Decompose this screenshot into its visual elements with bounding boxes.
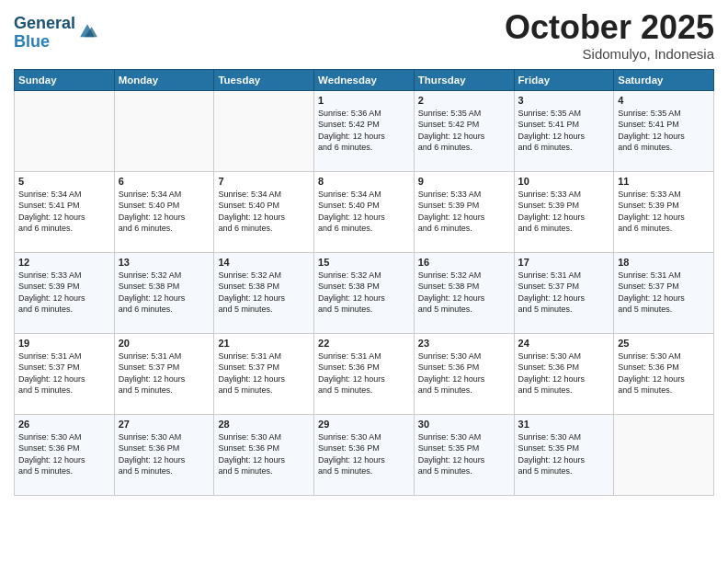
calendar-day-cell: 22Sunrise: 5:31 AMSunset: 5:36 PMDayligh… xyxy=(314,333,415,414)
page-header: GeneralBlue October 2025 Sidomulyo, Indo… xyxy=(14,9,714,62)
day-info: Sunrise: 5:30 AMSunset: 5:36 PMDaylight:… xyxy=(618,350,710,396)
calendar-day-cell: 31Sunrise: 5:30 AMSunset: 5:35 PMDayligh… xyxy=(514,414,614,495)
day-info: Sunrise: 5:31 AMSunset: 5:37 PMDaylight:… xyxy=(18,350,110,396)
calendar-day-cell: 9Sunrise: 5:33 AMSunset: 5:39 PMDaylight… xyxy=(414,171,514,252)
day-number: 7 xyxy=(218,176,310,187)
day-number: 19 xyxy=(18,338,110,349)
calendar-week-row: 12Sunrise: 5:33 AMSunset: 5:39 PMDayligh… xyxy=(15,252,714,333)
calendar-day-cell: 27Sunrise: 5:30 AMSunset: 5:36 PMDayligh… xyxy=(114,414,214,495)
calendar-day-cell xyxy=(214,90,314,171)
calendar-day-cell: 29Sunrise: 5:30 AMSunset: 5:36 PMDayligh… xyxy=(314,414,415,495)
day-info: Sunrise: 5:34 AMSunset: 5:40 PMDaylight:… xyxy=(318,189,410,235)
logo-icon xyxy=(77,21,97,41)
calendar-day-cell: 3Sunrise: 5:35 AMSunset: 5:41 PMDaylight… xyxy=(514,90,614,171)
calendar-day-cell xyxy=(114,90,214,171)
day-info: Sunrise: 5:30 AMSunset: 5:36 PMDaylight:… xyxy=(119,431,210,477)
title-area: October 2025 Sidomulyo, Indonesia xyxy=(505,9,714,62)
day-info: Sunrise: 5:31 AMSunset: 5:37 PMDaylight:… xyxy=(218,350,310,396)
day-info: Sunrise: 5:31 AMSunset: 5:37 PMDaylight:… xyxy=(119,350,210,396)
calendar-week-row: 26Sunrise: 5:30 AMSunset: 5:36 PMDayligh… xyxy=(15,414,714,495)
weekday-header-cell: Sunday xyxy=(15,69,115,90)
day-info: Sunrise: 5:35 AMSunset: 5:42 PMDaylight:… xyxy=(418,108,510,154)
calendar-week-row: 19Sunrise: 5:31 AMSunset: 5:37 PMDayligh… xyxy=(15,333,714,414)
calendar-day-cell xyxy=(15,90,115,171)
calendar-day-cell: 1Sunrise: 5:36 AMSunset: 5:42 PMDaylight… xyxy=(314,90,415,171)
day-number: 15 xyxy=(318,257,410,268)
weekday-header-row: SundayMondayTuesdayWednesdayThursdayFrid… xyxy=(15,69,714,90)
day-number: 27 xyxy=(119,419,210,430)
day-info: Sunrise: 5:33 AMSunset: 5:39 PMDaylight:… xyxy=(418,189,510,235)
calendar-day-cell: 26Sunrise: 5:30 AMSunset: 5:36 PMDayligh… xyxy=(15,414,115,495)
day-info: Sunrise: 5:32 AMSunset: 5:38 PMDaylight:… xyxy=(418,270,510,316)
weekday-header-cell: Saturday xyxy=(614,69,714,90)
day-info: Sunrise: 5:34 AMSunset: 5:40 PMDaylight:… xyxy=(218,189,310,235)
day-info: Sunrise: 5:30 AMSunset: 5:36 PMDaylight:… xyxy=(518,350,610,396)
location: Sidomulyo, Indonesia xyxy=(505,46,714,62)
calendar-day-cell: 17Sunrise: 5:31 AMSunset: 5:37 PMDayligh… xyxy=(514,252,614,333)
calendar-day-cell: 13Sunrise: 5:32 AMSunset: 5:38 PMDayligh… xyxy=(114,252,214,333)
calendar-day-cell: 19Sunrise: 5:31 AMSunset: 5:37 PMDayligh… xyxy=(15,333,115,414)
day-number: 31 xyxy=(518,419,610,430)
calendar-week-row: 1Sunrise: 5:36 AMSunset: 5:42 PMDaylight… xyxy=(15,90,714,171)
day-number: 12 xyxy=(18,257,110,268)
day-number: 26 xyxy=(18,419,110,430)
day-info: Sunrise: 5:33 AMSunset: 5:39 PMDaylight:… xyxy=(618,189,710,235)
weekday-header-cell: Friday xyxy=(514,69,614,90)
day-number: 6 xyxy=(119,176,210,187)
logo: GeneralBlue xyxy=(14,15,97,52)
calendar-day-cell: 4Sunrise: 5:35 AMSunset: 5:41 PMDaylight… xyxy=(614,90,714,171)
calendar-day-cell: 8Sunrise: 5:34 AMSunset: 5:40 PMDaylight… xyxy=(314,171,415,252)
day-number: 18 xyxy=(618,257,710,268)
calendar-day-cell: 5Sunrise: 5:34 AMSunset: 5:41 PMDaylight… xyxy=(15,171,115,252)
day-info: Sunrise: 5:35 AMSunset: 5:41 PMDaylight:… xyxy=(518,108,610,154)
calendar-day-cell: 15Sunrise: 5:32 AMSunset: 5:38 PMDayligh… xyxy=(314,252,415,333)
day-number: 3 xyxy=(518,95,610,106)
day-number: 22 xyxy=(318,338,410,349)
month-title: October 2025 xyxy=(505,9,714,46)
day-number: 8 xyxy=(318,176,410,187)
day-number: 1 xyxy=(318,95,410,106)
weekday-header-cell: Wednesday xyxy=(314,69,415,90)
day-info: Sunrise: 5:30 AMSunset: 5:36 PMDaylight:… xyxy=(318,431,410,477)
calendar-day-cell: 30Sunrise: 5:30 AMSunset: 5:35 PMDayligh… xyxy=(414,414,514,495)
calendar-day-cell: 24Sunrise: 5:30 AMSunset: 5:36 PMDayligh… xyxy=(514,333,614,414)
calendar-day-cell: 16Sunrise: 5:32 AMSunset: 5:38 PMDayligh… xyxy=(414,252,514,333)
day-number: 9 xyxy=(418,176,510,187)
day-info: Sunrise: 5:35 AMSunset: 5:41 PMDaylight:… xyxy=(618,108,710,154)
day-number: 4 xyxy=(618,95,710,106)
day-info: Sunrise: 5:30 AMSunset: 5:35 PMDaylight:… xyxy=(518,431,610,477)
calendar-day-cell: 14Sunrise: 5:32 AMSunset: 5:38 PMDayligh… xyxy=(214,252,314,333)
day-number: 28 xyxy=(218,419,310,430)
day-info: Sunrise: 5:30 AMSunset: 5:36 PMDaylight:… xyxy=(218,431,310,477)
day-number: 13 xyxy=(119,257,210,268)
day-info: Sunrise: 5:34 AMSunset: 5:40 PMDaylight:… xyxy=(119,189,210,235)
day-info: Sunrise: 5:33 AMSunset: 5:39 PMDaylight:… xyxy=(18,270,110,316)
day-info: Sunrise: 5:31 AMSunset: 5:37 PMDaylight:… xyxy=(518,270,610,316)
calendar-day-cell xyxy=(614,414,714,495)
day-number: 11 xyxy=(618,176,710,187)
day-number: 24 xyxy=(518,338,610,349)
calendar-day-cell: 2Sunrise: 5:35 AMSunset: 5:42 PMDaylight… xyxy=(414,90,514,171)
calendar-day-cell: 23Sunrise: 5:30 AMSunset: 5:36 PMDayligh… xyxy=(414,333,514,414)
day-number: 20 xyxy=(119,338,210,349)
calendar-week-row: 5Sunrise: 5:34 AMSunset: 5:41 PMDaylight… xyxy=(15,171,714,252)
day-number: 10 xyxy=(518,176,610,187)
day-number: 2 xyxy=(418,95,510,106)
calendar-day-cell: 10Sunrise: 5:33 AMSunset: 5:39 PMDayligh… xyxy=(514,171,614,252)
calendar-day-cell: 28Sunrise: 5:30 AMSunset: 5:36 PMDayligh… xyxy=(214,414,314,495)
day-info: Sunrise: 5:32 AMSunset: 5:38 PMDaylight:… xyxy=(218,270,310,316)
weekday-header-cell: Tuesday xyxy=(214,69,314,90)
calendar-day-cell: 7Sunrise: 5:34 AMSunset: 5:40 PMDaylight… xyxy=(214,171,314,252)
day-number: 30 xyxy=(418,419,510,430)
day-number: 5 xyxy=(18,176,110,187)
calendar-day-cell: 20Sunrise: 5:31 AMSunset: 5:37 PMDayligh… xyxy=(114,333,214,414)
day-info: Sunrise: 5:30 AMSunset: 5:35 PMDaylight:… xyxy=(418,431,510,477)
calendar-body: 1Sunrise: 5:36 AMSunset: 5:42 PMDaylight… xyxy=(15,90,714,495)
day-info: Sunrise: 5:31 AMSunset: 5:36 PMDaylight:… xyxy=(318,350,410,396)
day-number: 21 xyxy=(218,338,310,349)
day-info: Sunrise: 5:30 AMSunset: 5:36 PMDaylight:… xyxy=(418,350,510,396)
day-number: 23 xyxy=(418,338,510,349)
calendar-table: SundayMondayTuesdayWednesdayThursdayFrid… xyxy=(14,69,714,496)
day-info: Sunrise: 5:32 AMSunset: 5:38 PMDaylight:… xyxy=(119,270,210,316)
weekday-header-cell: Thursday xyxy=(414,69,514,90)
